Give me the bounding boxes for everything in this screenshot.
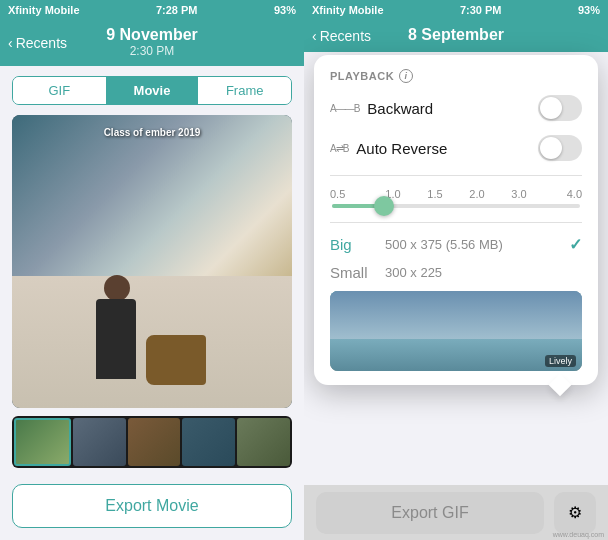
back-button-right[interactable]: ‹ Recents bbox=[312, 28, 371, 44]
export-gif-button[interactable]: Export GIF bbox=[316, 492, 544, 534]
tab-movie[interactable]: Movie bbox=[106, 77, 199, 104]
backward-ab-icon: A——B bbox=[330, 103, 359, 114]
backward-label: Backward bbox=[367, 100, 433, 117]
carrier-left: Xfinity Mobile bbox=[8, 4, 80, 16]
nav-bar-left: ‹ Recents 9 November 2:30 PM bbox=[0, 20, 304, 66]
auto-reverse-toggle-knob bbox=[540, 137, 562, 159]
film-frame-1 bbox=[14, 418, 71, 466]
auto-reverse-row: A⇌B Auto Reverse bbox=[330, 135, 582, 161]
size-big-dims: 500 x 375 (5.56 MB) bbox=[385, 237, 569, 252]
auto-reverse-label: Auto Reverse bbox=[356, 140, 447, 157]
watermark: www.deuaq.com bbox=[553, 531, 604, 538]
nav-bar-right: ‹ Recents 8 September bbox=[304, 20, 608, 52]
info-icon[interactable]: i bbox=[399, 69, 413, 83]
playback-popup: PLAYBACK i A——B Backward A⇌B Auto Revers… bbox=[314, 55, 598, 385]
gear-icon: ⚙ bbox=[568, 503, 582, 522]
auto-reverse-toggle[interactable] bbox=[538, 135, 582, 161]
segment-control: GIF Movie Frame bbox=[12, 76, 292, 105]
backward-row: A——B Backward bbox=[330, 95, 582, 121]
chevron-left-icon: ‹ bbox=[8, 35, 13, 51]
popup-arrow bbox=[549, 374, 572, 397]
gif-water bbox=[330, 339, 582, 371]
filmstrip bbox=[12, 416, 292, 468]
auto-reverse-label-group: A⇌B Auto Reverse bbox=[330, 140, 447, 157]
battery-left: 93% bbox=[274, 4, 296, 16]
speed-label-5: 4.0 bbox=[540, 188, 582, 200]
person-body bbox=[96, 299, 136, 379]
left-panel: Xfinity Mobile 7:28 PM 93% ‹ Recents 9 N… bbox=[0, 0, 304, 540]
chevron-left-icon-right: ‹ bbox=[312, 28, 317, 44]
speed-slider-track[interactable] bbox=[332, 204, 580, 208]
page-title-left: 9 November bbox=[106, 26, 198, 44]
time-right: 7:30 PM bbox=[460, 4, 502, 16]
gif-badge: Lively bbox=[545, 355, 576, 367]
divider-2 bbox=[330, 222, 582, 223]
page-subtitle-left: 2:30 PM bbox=[130, 44, 175, 58]
size-small-dims: 300 x 225 bbox=[385, 265, 582, 280]
battery-right: 93% bbox=[578, 4, 600, 16]
size-row-small[interactable]: Small 300 x 225 bbox=[330, 264, 582, 281]
speed-label-4: 3.0 bbox=[498, 188, 540, 200]
size-big-label: Big bbox=[330, 236, 385, 253]
gif-preview: Lively bbox=[330, 291, 582, 371]
status-bar-left: Xfinity Mobile 7:28 PM 93% bbox=[0, 0, 304, 20]
backward-toggle-knob bbox=[540, 97, 562, 119]
gif-sky bbox=[330, 291, 582, 339]
film-frame-4 bbox=[182, 418, 235, 466]
film-frame-5 bbox=[237, 418, 290, 466]
speed-label-2: 1.5 bbox=[414, 188, 456, 200]
size-row-big[interactable]: Big 500 x 375 (5.56 MB) ✓ bbox=[330, 235, 582, 254]
photo-container: Class of ember 2019 bbox=[12, 115, 292, 408]
speed-label-3: 2.0 bbox=[456, 188, 498, 200]
settings-button[interactable]: ⚙ bbox=[554, 492, 596, 534]
check-icon-big: ✓ bbox=[569, 235, 582, 254]
time-left: 7:28 PM bbox=[156, 4, 198, 16]
tab-frame[interactable]: Frame bbox=[198, 77, 291, 104]
auto-reverse-ab-icon: A⇌B bbox=[330, 143, 348, 154]
slider-fill bbox=[332, 204, 377, 208]
speed-label-0: 0.5 bbox=[330, 188, 372, 200]
backward-label-group: A——B Backward bbox=[330, 100, 433, 117]
back-button-left[interactable]: ‹ Recents bbox=[8, 35, 67, 51]
slider-thumb[interactable] bbox=[374, 196, 394, 216]
tab-gif[interactable]: GIF bbox=[13, 77, 106, 104]
photo-bg bbox=[12, 115, 292, 276]
divider-1 bbox=[330, 175, 582, 176]
back-label-left: Recents bbox=[16, 35, 67, 51]
photo-scene: Class of ember 2019 bbox=[12, 115, 292, 408]
backward-toggle[interactable] bbox=[538, 95, 582, 121]
carrier-right: Xfinity Mobile bbox=[312, 4, 384, 16]
dog-figure bbox=[146, 335, 206, 385]
popup-title: PLAYBACK i bbox=[330, 69, 582, 83]
speed-slider-area: 0.5 1.0 1.5 2.0 3.0 4.0 bbox=[330, 188, 582, 208]
status-bar-right: Xfinity Mobile 7:30 PM 93% bbox=[304, 0, 608, 20]
export-movie-button[interactable]: Export Movie bbox=[12, 484, 292, 528]
person-head bbox=[104, 275, 130, 301]
photo-text-overlay: Class of ember 2019 bbox=[104, 127, 201, 138]
film-frame-2 bbox=[73, 418, 126, 466]
size-small-label: Small bbox=[330, 264, 385, 281]
page-title-right: 8 September bbox=[408, 26, 504, 44]
speed-labels: 0.5 1.0 1.5 2.0 3.0 4.0 bbox=[330, 188, 582, 200]
film-frame-3 bbox=[128, 418, 181, 466]
right-panel: Xfinity Mobile 7:30 PM 93% ‹ Recents 8 S… bbox=[304, 0, 608, 540]
back-label-right: Recents bbox=[320, 28, 371, 44]
